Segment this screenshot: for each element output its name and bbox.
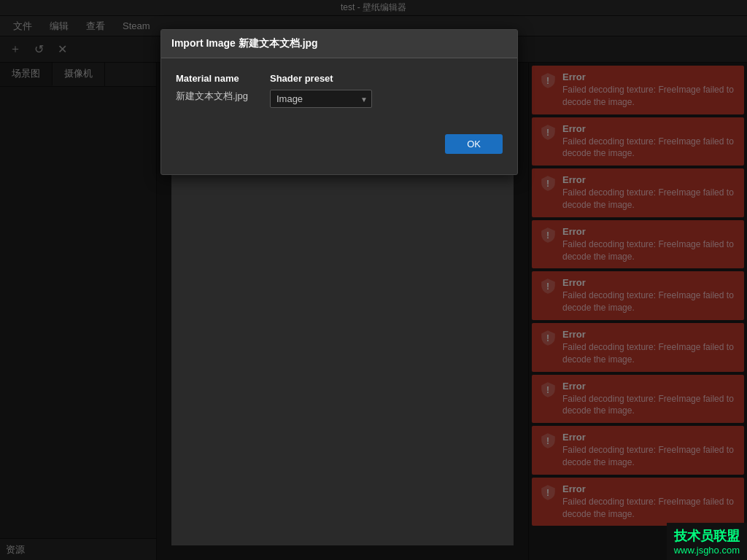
dialog-title: Import Image 新建文本文档.jpg: [161, 30, 517, 58]
shader-select-wrapper: Image Solid Albedo ▼: [270, 90, 372, 108]
dialog-footer: OK: [161, 134, 517, 166]
dialog-body: Material name 新建文本文档.jpg Shader preset I…: [161, 58, 517, 134]
watermark: 技术员联盟 www.jsgho.com: [667, 523, 747, 560]
watermark-line1: 技术员联盟: [674, 527, 740, 545]
dialog-overlay: Import Image 新建文本文档.jpg Material name 新建…: [0, 0, 747, 560]
dialog-columns: Material name 新建文本文档.jpg Shader preset I…: [176, 73, 503, 108]
ok-button[interactable]: OK: [445, 134, 503, 154]
material-name-label: Material name: [176, 73, 248, 84]
shader-preset-col: Shader preset Image Solid Albedo ▼: [270, 73, 372, 108]
shader-preset-label: Shader preset: [270, 73, 372, 84]
watermark-line2: www.jsgho.com: [674, 545, 740, 556]
import-image-dialog: Import Image 新建文本文档.jpg Material name 新建…: [160, 29, 518, 175]
material-name-value: 新建文本文档.jpg: [176, 90, 248, 103]
material-name-col: Material name 新建文本文档.jpg: [176, 73, 248, 108]
shader-preset-select[interactable]: Image Solid Albedo: [270, 90, 372, 108]
